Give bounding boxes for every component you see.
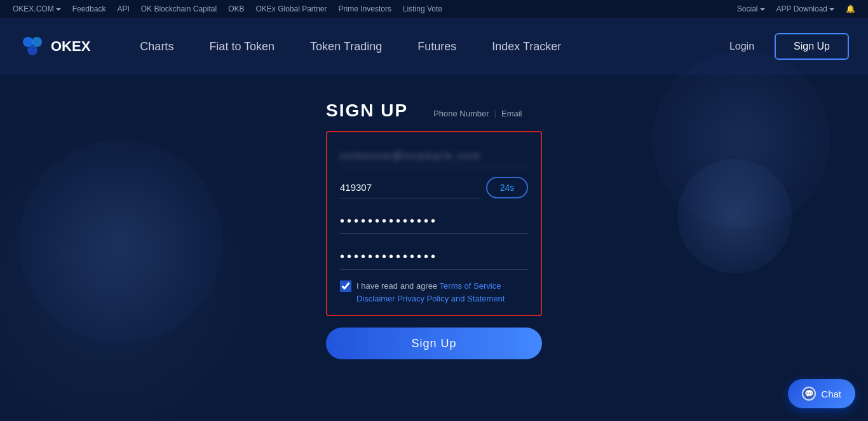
topbar-global-partner-link[interactable]: OKEx Global Partner <box>255 4 327 13</box>
signup-form: 419307 24s I have read and agree Terms o… <box>326 131 542 316</box>
agreement-checkbox[interactable] <box>340 280 351 292</box>
email-field-container <box>340 145 528 167</box>
logo-text: OKEX <box>51 38 90 55</box>
nav-links: Charts Fiat to Token Token Trading Futur… <box>122 18 719 75</box>
topbar-social-arrow <box>760 8 765 11</box>
topbar-site-link[interactable]: OKEX.COM <box>13 4 54 13</box>
agreement-static-text: I have read and agree <box>356 281 437 291</box>
agreement-text: I have read and agree Terms of Service D… <box>356 280 528 305</box>
terms-of-service-link[interactable]: Terms of Service <box>440 281 501 291</box>
nav-token-trading[interactable]: Token Trading <box>292 18 400 75</box>
logo-area[interactable]: OKEX <box>19 33 90 60</box>
top-bar-left: OKEX.COM Feedback API OK Blockchain Capi… <box>13 4 442 13</box>
page-content: SIGN UP Phone Number | Email 419307 24s <box>0 75 868 421</box>
main-nav: OKEX Charts Fiat to Token Token Trading … <box>0 18 868 75</box>
disclaimer-link[interactable]: Disclaimer <box>356 294 395 303</box>
topbar-social-label[interactable]: Social <box>737 4 758 13</box>
agreement-row: I have read and agree Terms of Service D… <box>340 280 528 305</box>
top-bar-right: Social APP Download 🔔 <box>737 4 855 13</box>
topbar-listing-vote-link[interactable]: Listing Vote <box>403 4 442 13</box>
tab-email[interactable]: Email <box>501 109 522 118</box>
nav-fiat-to-token[interactable]: Fiat to Token <box>191 18 292 75</box>
topbar-site-arrow <box>56 8 61 11</box>
topbar-okex-link[interactable]: OKEX.COM <box>13 4 61 13</box>
nav-index-tracker[interactable]: Index Tracker <box>474 18 579 75</box>
topbar-social-link[interactable]: Social <box>737 4 765 13</box>
privacy-policy-link[interactable]: Privacy Policy and Statement <box>397 294 505 303</box>
signup-submit-button[interactable]: Sign Up <box>326 328 542 359</box>
chat-icon: 💬 <box>802 387 816 401</box>
nav-charts[interactable]: Charts <box>122 18 191 75</box>
tab-divider: | <box>494 109 496 118</box>
svg-point-2 <box>27 45 37 55</box>
login-button[interactable]: Login <box>719 36 764 57</box>
topbar-blockchain-link[interactable]: OK Blockchain Capital <box>141 4 217 13</box>
confirm-password-field-container <box>340 244 528 270</box>
email-input[interactable] <box>340 145 528 167</box>
topbar-api-link[interactable]: API <box>117 4 129 13</box>
send-code-button[interactable]: 24s <box>486 177 528 198</box>
signup-nav-button[interactable]: Sign Up <box>775 33 849 60</box>
topbar-okb-link[interactable]: OKB <box>228 4 244 13</box>
topbar-app-arrow <box>829 8 834 11</box>
okex-logo-icon <box>19 33 46 60</box>
chat-label: Chat <box>821 389 841 399</box>
topbar-prime-investors-link[interactable]: Prime Investors <box>339 4 391 13</box>
verification-code-input[interactable]: 419307 <box>340 177 480 198</box>
signup-title-row: SIGN UP Phone Number | Email <box>326 100 542 121</box>
notification-bell-icon[interactable]: 🔔 <box>846 4 855 13</box>
chat-button[interactable]: 💬 Chat <box>788 379 855 408</box>
topbar-app-download-link[interactable]: APP Download <box>776 4 835 13</box>
confirm-password-input[interactable] <box>340 244 528 270</box>
topbar-feedback-link[interactable]: Feedback <box>72 4 106 13</box>
tab-phone-number[interactable]: Phone Number <box>433 109 489 118</box>
verification-code-row: 419307 24s <box>340 177 528 198</box>
top-bar: OKEX.COM Feedback API OK Blockchain Capi… <box>0 0 868 18</box>
password-field-container <box>340 209 528 234</box>
code-input-wrap: 419307 <box>340 177 480 198</box>
password-input[interactable] <box>340 209 528 234</box>
signup-tabs: Phone Number | Email <box>433 109 522 118</box>
nav-right: Login Sign Up <box>719 33 849 60</box>
topbar-app-download-label[interactable]: APP Download <box>776 4 828 13</box>
nav-futures[interactable]: Futures <box>400 18 474 75</box>
signup-title: SIGN UP <box>326 100 408 121</box>
